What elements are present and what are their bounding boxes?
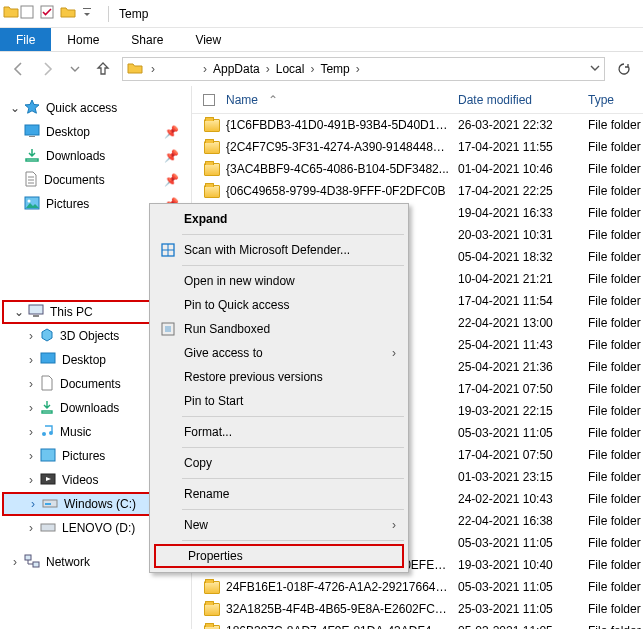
table-row[interactable]: 32A1825B-4F4B-4B65-9E8A-E2602FCD... 25-0… — [192, 598, 643, 620]
breadcrumb[interactable]: Temp — [318, 62, 351, 76]
chevron-down-icon[interactable]: ⌄ — [12, 305, 26, 319]
chevron-right-icon[interactable]: › — [24, 425, 38, 439]
menu-item-copy[interactable]: Copy — [152, 451, 406, 475]
svg-rect-17 — [25, 555, 31, 560]
sidebar-item-downloads[interactable]: Downloads 📌 — [0, 144, 191, 168]
sidebar-item-desktop[interactable]: Desktop 📌 — [0, 120, 191, 144]
window-title: Temp — [119, 7, 148, 21]
breadcrumb[interactable]: AppData — [211, 62, 262, 76]
view-tab[interactable]: View — [179, 28, 237, 51]
folder-icon — [192, 625, 226, 630]
chevron-right-icon[interactable]: › — [24, 377, 38, 391]
file-type: File folder — [576, 558, 643, 572]
folder-icon — [192, 185, 226, 198]
file-name: {1C6FBDB3-41D0-491B-93B4-5D40D15... — [226, 118, 458, 132]
chevron-right-icon: › — [392, 518, 398, 532]
file-type: File folder — [576, 338, 643, 352]
chevron-right-icon[interactable]: › — [199, 62, 211, 76]
file-type: File folder — [576, 206, 643, 220]
share-tab[interactable]: Share — [115, 28, 179, 51]
qat-check-icon[interactable] — [40, 5, 54, 22]
chevron-down-icon[interactable]: ⌄ — [8, 101, 22, 115]
qat-folder-icon[interactable] — [60, 5, 76, 22]
chevron-right-icon[interactable]: › — [24, 521, 38, 535]
menu-item-pin-qa[interactable]: Pin to Quick access — [152, 293, 406, 317]
ribbon-tabs: File Home Share View — [0, 28, 643, 52]
select-all-checkbox[interactable] — [192, 94, 226, 106]
desktop-icon — [24, 124, 40, 141]
file-tab[interactable]: File — [0, 28, 51, 51]
file-date: 10-04-2021 21:21 — [458, 272, 576, 286]
pictures-icon — [24, 196, 40, 213]
table-row[interactable]: {1C6FBDB3-41D0-491B-93B4-5D40D15... 26-0… — [192, 114, 643, 136]
sidebar-item-label: Documents — [44, 173, 105, 187]
recent-dropdown[interactable] — [62, 56, 88, 82]
sidebar-item-label: Downloads — [60, 401, 119, 415]
menu-item-expand[interactable]: Expand — [152, 207, 406, 231]
downloads-icon — [24, 148, 40, 165]
column-type[interactable]: Type — [576, 93, 643, 107]
back-button[interactable] — [6, 56, 32, 82]
chevron-right-icon[interactable]: › — [24, 449, 38, 463]
sidebar-item-label: Videos — [62, 473, 98, 487]
chevron-right-icon[interactable]: › — [147, 62, 159, 76]
qat-dropdown-icon[interactable] — [82, 5, 92, 22]
folder-icon — [192, 163, 226, 176]
menu-item-give-access[interactable]: Give access to› — [152, 341, 406, 365]
sidebar-item-documents[interactable]: Documents 📌 — [0, 168, 191, 192]
folder-icon — [192, 141, 226, 154]
chevron-right-icon[interactable]: › — [24, 353, 38, 367]
chevron-right-icon[interactable]: › — [306, 62, 318, 76]
file-date: 17-04-2021 11:54 — [458, 294, 576, 308]
chevron-right-icon[interactable]: › — [24, 401, 38, 415]
home-tab[interactable]: Home — [51, 28, 115, 51]
chevron-right-icon[interactable]: › — [8, 555, 22, 569]
address-dropdown[interactable] — [590, 62, 600, 76]
chevron-right-icon[interactable]: › — [352, 62, 364, 76]
forward-button[interactable] — [34, 56, 60, 82]
separator — [182, 265, 404, 266]
file-date: 24-02-2021 10:43 — [458, 492, 576, 506]
file-type: File folder — [576, 228, 643, 242]
column-name[interactable]: Name ⌃ — [226, 93, 458, 107]
refresh-button[interactable] — [611, 56, 637, 82]
menu-item-rename[interactable]: Rename — [152, 482, 406, 506]
menu-item-pin-start[interactable]: Pin to Start — [152, 389, 406, 413]
table-row[interactable]: {3AC4BBF9-4C65-4086-B104-5DF3482... 01-0… — [192, 158, 643, 180]
file-date: 19-03-2021 10:40 — [458, 558, 576, 572]
menu-item-properties[interactable]: Properties — [154, 544, 404, 568]
file-date: 25-03-2021 11:05 — [458, 602, 576, 616]
up-button[interactable] — [90, 56, 116, 82]
menu-item-scan[interactable]: Scan with Microsoft Defender... — [152, 238, 406, 262]
address-bar[interactable]: › › AppData › Local › Temp › — [122, 57, 605, 81]
file-type: File folder — [576, 184, 643, 198]
menu-item-open-new[interactable]: Open in new window — [152, 269, 406, 293]
svg-rect-16 — [41, 524, 55, 531]
column-date[interactable]: Date modified — [458, 93, 576, 107]
chevron-right-icon[interactable]: › — [26, 497, 40, 511]
menu-item-sandbox[interactable]: Run Sandboxed — [152, 317, 406, 341]
separator — [182, 540, 404, 541]
chevron-right-icon[interactable]: › — [24, 329, 38, 343]
chevron-right-icon[interactable]: › — [262, 62, 274, 76]
file-date: 19-03-2021 22:15 — [458, 404, 576, 418]
menu-item-restore[interactable]: Restore previous versions — [152, 365, 406, 389]
sidebar-item-quick-access[interactable]: ⌄ Quick access — [0, 96, 191, 120]
table-row[interactable]: {06C49658-9799-4D38-9FFF-0F2DFC0B 17-04-… — [192, 180, 643, 202]
sidebar-item-label: Windows (C:) — [64, 497, 136, 511]
table-row[interactable]: 24FB16E1-018F-4726-A1A2-29217664E... 05-… — [192, 576, 643, 598]
file-name: 186B397C-8AD7-4F9E-81DA-43ADF4D... — [226, 624, 458, 629]
file-type: File folder — [576, 470, 643, 484]
drive-icon — [42, 497, 58, 512]
chevron-right-icon[interactable]: › — [24, 473, 38, 487]
menu-item-format[interactable]: Format... — [152, 420, 406, 444]
qat-item-icon[interactable] — [20, 5, 34, 22]
table-row[interactable]: 186B397C-8AD7-4F9E-81DA-43ADF4D... 05-03… — [192, 620, 643, 629]
file-date: 26-03-2021 22:32 — [458, 118, 576, 132]
sidebar-item-label: Desktop — [46, 125, 90, 139]
table-row[interactable]: {2C4F7C95-3F31-4274-A390-9148448A... 17-… — [192, 136, 643, 158]
menu-item-new[interactable]: New› — [152, 513, 406, 537]
file-type: File folder — [576, 272, 643, 286]
file-date: 17-04-2021 07:50 — [458, 382, 576, 396]
breadcrumb[interactable]: Local — [274, 62, 307, 76]
